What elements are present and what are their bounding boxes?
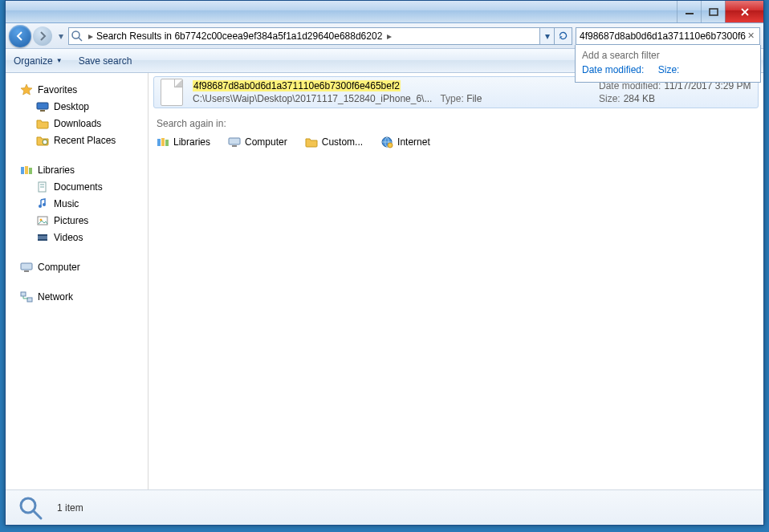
sidebar-libraries[interactable]: Libraries xyxy=(6,161,148,178)
svg-rect-8 xyxy=(25,166,28,174)
recent-places-icon xyxy=(36,134,49,147)
sidebar-favorites[interactable]: Favorites xyxy=(6,81,148,98)
status-bar: 1 item xyxy=(6,489,763,525)
search-again-label: Search again in: xyxy=(149,108,763,132)
file-type-label: Type: xyxy=(440,93,463,104)
status-text: 1 item xyxy=(57,502,83,514)
sidebar-item-music[interactable]: Music xyxy=(6,195,148,212)
maximize-button[interactable] xyxy=(701,1,725,22)
forward-button[interactable] xyxy=(33,26,52,46)
svg-point-6 xyxy=(43,140,47,144)
history-dropdown[interactable]: ▾ xyxy=(57,25,65,47)
svg-rect-24 xyxy=(157,139,161,146)
svg-rect-5 xyxy=(40,110,45,112)
sidebar-item-label: Favorites xyxy=(38,84,77,95)
svg-rect-1 xyxy=(710,9,718,15)
file-type-value: File xyxy=(466,93,482,104)
search-again-custom[interactable]: Custom... xyxy=(305,136,363,148)
sidebar-item-label: Videos xyxy=(54,232,83,243)
breadcrumb-chevron-icon: ▸ xyxy=(88,30,93,42)
sidebar-item-label: Network xyxy=(38,291,73,303)
search-again-computer[interactable]: Computer xyxy=(228,136,287,148)
breadcrumb[interactable]: Search Results in 6b7742c00ceea9ef384a5f… xyxy=(95,30,384,42)
search-again-label-text: Internet xyxy=(397,136,430,148)
sidebar-item-documents[interactable]: Documents xyxy=(6,178,148,195)
save-search-button[interactable]: Save search xyxy=(79,55,132,67)
search-again-internet[interactable]: Internet xyxy=(380,136,430,148)
file-icon xyxy=(161,79,183,106)
explorer-window: ▾ ▸ Search Results in 6b7742c00ceea9ef38… xyxy=(5,0,764,526)
filter-size[interactable]: Size: xyxy=(658,64,680,75)
sidebar-item-label: Libraries xyxy=(38,164,75,176)
refresh-button[interactable] xyxy=(555,27,572,45)
sidebar-item-recent-places[interactable]: Recent Places xyxy=(6,132,148,148)
sidebar-item-pictures[interactable]: Pictures xyxy=(6,212,148,229)
svg-point-14 xyxy=(43,203,46,206)
sidebar-network[interactable]: Network xyxy=(6,288,148,305)
sidebar-item-label: Downloads xyxy=(54,118,101,129)
file-path: C:\Users\Waip\Desktop\20171117_152840_iP… xyxy=(193,93,432,104)
chevron-down-icon: ▼ xyxy=(56,57,63,64)
pictures-icon xyxy=(36,214,49,227)
computer-icon xyxy=(20,261,33,274)
body: Favorites Desktop Downloads Recent Place… xyxy=(6,73,763,489)
size-label: Size: xyxy=(599,93,620,104)
sidebar-item-videos[interactable]: Videos xyxy=(6,229,148,246)
svg-rect-18 xyxy=(38,234,47,236)
sidebar-computer[interactable]: Computer xyxy=(6,258,148,275)
documents-icon xyxy=(36,181,49,193)
svg-point-30 xyxy=(388,143,393,148)
file-name: 4f98687d8ab0d6d1a371110e6b7300f6e465bef2 xyxy=(193,80,591,91)
svg-rect-7 xyxy=(21,167,24,174)
svg-rect-0 xyxy=(686,13,694,14)
svg-point-13 xyxy=(39,205,42,208)
organize-menu[interactable]: Organize ▼ xyxy=(14,55,63,67)
music-icon xyxy=(36,197,49,210)
sidebar-item-label: Computer xyxy=(38,262,80,273)
minimize-button[interactable] xyxy=(677,1,701,22)
sidebar-item-label: Pictures xyxy=(54,215,88,226)
sidebar-item-downloads[interactable]: Downloads xyxy=(6,115,148,132)
search-input[interactable] xyxy=(580,30,746,42)
svg-rect-26 xyxy=(165,140,169,146)
star-icon xyxy=(20,83,33,96)
search-again-libraries[interactable]: Libraries xyxy=(157,136,210,148)
search-filter-dropdown: Add a search filter Date modified: Size: xyxy=(575,45,761,83)
svg-point-2 xyxy=(72,31,79,39)
folder-icon xyxy=(305,136,318,148)
filter-date-modified[interactable]: Date modified: xyxy=(582,64,644,75)
libraries-icon xyxy=(157,136,169,148)
back-button[interactable] xyxy=(9,25,31,47)
svg-rect-9 xyxy=(29,168,32,174)
sidebar-item-label: Music xyxy=(54,198,79,209)
svg-line-32 xyxy=(34,511,41,518)
search-again-label-text: Custom... xyxy=(322,136,363,148)
libraries-icon xyxy=(20,164,33,177)
sidebar-item-label: Documents xyxy=(54,181,103,193)
organize-label: Organize xyxy=(14,55,53,67)
search-filter-hint: Add a search filter xyxy=(582,50,754,61)
desktop-icon xyxy=(36,100,49,113)
sidebar-item-label: Desktop xyxy=(54,101,89,112)
computer-icon xyxy=(228,136,241,148)
clear-search-icon[interactable]: ✕ xyxy=(746,30,756,41)
size-value: 284 KB xyxy=(624,93,655,104)
sidebar-item-desktop[interactable]: Desktop xyxy=(6,98,148,115)
breadcrumb-chevron-icon[interactable]: ▸ xyxy=(387,30,392,42)
address-dropdown[interactable]: ▾ xyxy=(540,27,555,45)
magnifier-icon xyxy=(17,494,44,522)
title-bar xyxy=(6,1,763,23)
svg-rect-22 xyxy=(21,292,26,296)
search-again-label-text: Computer xyxy=(245,136,287,148)
address-bar[interactable]: ▸ Search Results in 6b7742c00ceea9ef384a… xyxy=(68,27,540,45)
svg-line-3 xyxy=(79,38,82,41)
folder-icon xyxy=(36,117,49,130)
navigation-pane: Favorites Desktop Downloads Recent Place… xyxy=(6,73,149,489)
internet-icon xyxy=(380,136,393,148)
content-pane: 4f98687d8ab0d6d1a371110e6b7300f6e465bef2… xyxy=(149,73,763,489)
search-again-label-text: Libraries xyxy=(173,136,210,148)
svg-rect-4 xyxy=(37,103,48,109)
close-button[interactable] xyxy=(725,1,763,22)
sidebar-item-label: Recent Places xyxy=(54,135,116,146)
network-icon xyxy=(20,290,33,303)
